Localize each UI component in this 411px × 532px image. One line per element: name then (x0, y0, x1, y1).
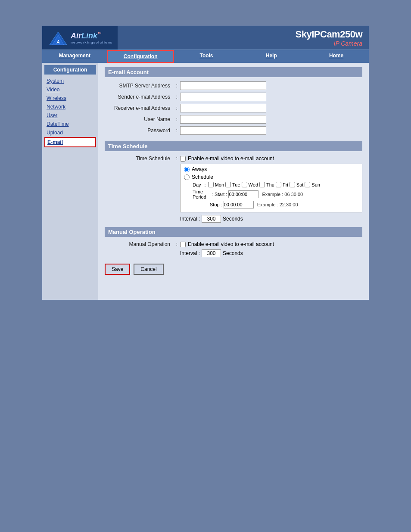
manual-interval-input[interactable] (202, 249, 221, 257)
logo-area: A AirLink™ networkingsolutions (42, 26, 118, 50)
email-account-header: E-mail Account (105, 67, 362, 77)
smtp-label: SMTP Server Address (105, 83, 174, 89)
tue-checkbox[interactable] (225, 182, 231, 187)
smtp-row: SMTP Server Address : (105, 81, 362, 90)
receiver-email-row: Receiver e-mail Address : (105, 104, 362, 112)
schedule-radio[interactable] (184, 174, 190, 180)
time-schedule-enable-label: Enable e-mail video to e-mail account (188, 156, 274, 162)
stop-label: Stop : (210, 202, 222, 207)
nav-tools[interactable]: Tools (174, 50, 239, 63)
fri-checkbox[interactable] (276, 182, 281, 187)
start-example: Example : 06 30:00 (262, 192, 303, 197)
nav-home[interactable]: Home (304, 50, 369, 63)
time-schedule-label: Time Schedule (105, 156, 174, 162)
mon-checkbox[interactable] (208, 182, 214, 187)
save-button[interactable]: Save (105, 264, 130, 275)
sat-checkbox[interactable] (290, 182, 295, 187)
start-label: Start : (215, 192, 227, 197)
main-content: E-mail Account SMTP Server Address : Sen… (98, 63, 369, 300)
sidebar: Configuration System Video Wireless Netw… (42, 63, 98, 300)
username-row: User Name : (105, 115, 362, 124)
svg-text:A: A (56, 40, 59, 44)
nav-management[interactable]: Management (42, 50, 107, 63)
sidebar-item-network[interactable]: Network (44, 103, 96, 111)
button-row: Save Cancel (105, 264, 362, 275)
always-radio[interactable] (184, 167, 190, 172)
top-nav: A AirLink™ networkingsolutions SkyIPCam2… (42, 26, 369, 50)
stop-example: Example : 22:30:00 (257, 202, 298, 207)
thu-label: Thu (266, 182, 274, 187)
manual-seconds-label: Seconds (223, 250, 243, 256)
sidebar-header: Configuration (44, 65, 96, 75)
fri-label: Fri (283, 182, 288, 187)
sat-label: Sat (296, 182, 304, 187)
schedule-radio-row: Schedule (184, 174, 358, 180)
time-schedule-controls: Enable e-mail video to e-mail account Aw… (180, 156, 362, 223)
product-title: SkyIPCam250w IP Camera (296, 29, 369, 47)
username-input[interactable] (180, 115, 266, 124)
content-area: Configuration System Video Wireless Netw… (42, 63, 369, 300)
tue-label: Tue (232, 182, 240, 187)
days-row: Day : Mon Tue Wed Thu Fri (193, 182, 358, 187)
schedule-inner-box: Aways Schedule Day : Mon Tue (180, 164, 362, 212)
password-row: Password : (105, 126, 362, 135)
stop-time-input[interactable] (224, 201, 254, 208)
wed-label: Wed (249, 182, 258, 187)
start-time-row: TimePeriod : Start : Example : 06 30:00 (193, 189, 358, 199)
browser-frame: A AirLink™ networkingsolutions SkyIPCam2… (42, 26, 369, 300)
receiver-email-label: Receiver e-mail Address (105, 105, 174, 111)
time-interval-input[interactable] (202, 215, 221, 223)
product-name: SkyIPCam250w (296, 29, 362, 40)
sidebar-item-email[interactable]: E-mail (44, 137, 96, 147)
manual-enable-label: Enable e-mail video to e-mail account (188, 241, 274, 247)
start-time-input[interactable] (228, 190, 258, 198)
manual-operation-controls: Enable e-mail video to e-mail account In… (180, 241, 362, 257)
manual-interval-label: Interval : (180, 250, 200, 256)
password-input[interactable] (180, 126, 266, 135)
sidebar-item-wireless[interactable]: Wireless (44, 94, 96, 103)
time-interval-row: Interval : Seconds (180, 215, 362, 223)
thu-checkbox[interactable] (259, 182, 265, 187)
email-account-form: SMTP Server Address : Sender e-mail Addr… (105, 81, 362, 135)
manual-operation-header: Manual Operation (105, 227, 362, 237)
sun-checkbox[interactable] (305, 182, 310, 187)
sender-email-input[interactable] (180, 93, 266, 101)
manual-operation-label: Manual Operation (105, 241, 174, 247)
smtp-input[interactable] (180, 81, 266, 90)
airlink-logo-icon: A (47, 30, 69, 46)
cancel-button[interactable]: Cancel (134, 264, 163, 275)
menu-bar: Management Configuration Tools Help Home (42, 50, 369, 63)
sender-email-label: Sender e-mail Address (105, 94, 174, 100)
mon-label: Mon (215, 182, 224, 187)
time-schedule-header: Time Schedule (105, 141, 362, 151)
manual-interval-row: Interval : Seconds (180, 249, 362, 257)
username-label: User Name (105, 116, 174, 122)
receiver-email-input[interactable] (180, 104, 266, 112)
product-type: IP Camera (296, 40, 362, 47)
sidebar-item-user[interactable]: User (44, 111, 96, 120)
sun-label: Sun (311, 182, 320, 187)
time-schedule-row: Time Schedule : Enable e-mail video to e… (105, 156, 362, 223)
manual-enable-checkbox[interactable] (180, 242, 186, 247)
sidebar-item-datetime[interactable]: DateTime (44, 120, 96, 128)
always-radio-row: Aways (184, 166, 358, 172)
stop-time-row: Stop : Example : 22:30:00 (210, 201, 358, 208)
wed-checkbox[interactable] (242, 182, 247, 187)
nav-configuration[interactable]: Configuration (107, 50, 174, 63)
time-interval-label: Interval : (180, 216, 200, 222)
logo-tagline: networkingsolutions (71, 40, 112, 44)
time-schedule-enable-checkbox[interactable] (180, 156, 186, 162)
sidebar-item-video[interactable]: Video (44, 85, 96, 94)
time-schedule-enable-row: Enable e-mail video to e-mail account (180, 156, 362, 162)
manual-enable-row: Enable e-mail video to e-mail account (180, 241, 362, 247)
always-label: Aways (192, 166, 207, 172)
sidebar-item-system[interactable]: System (44, 77, 96, 85)
schedule-label: Schedule (192, 174, 213, 180)
sidebar-item-upload[interactable]: Upload (44, 128, 96, 137)
sender-email-row: Sender e-mail Address : (105, 93, 362, 101)
nav-help[interactable]: Help (239, 50, 304, 63)
time-seconds-label: Seconds (223, 216, 243, 222)
time-period-label: TimePeriod (193, 189, 210, 199)
password-label: Password (105, 128, 174, 134)
manual-operation-row: Manual Operation : Enable e-mail video t… (105, 241, 362, 257)
